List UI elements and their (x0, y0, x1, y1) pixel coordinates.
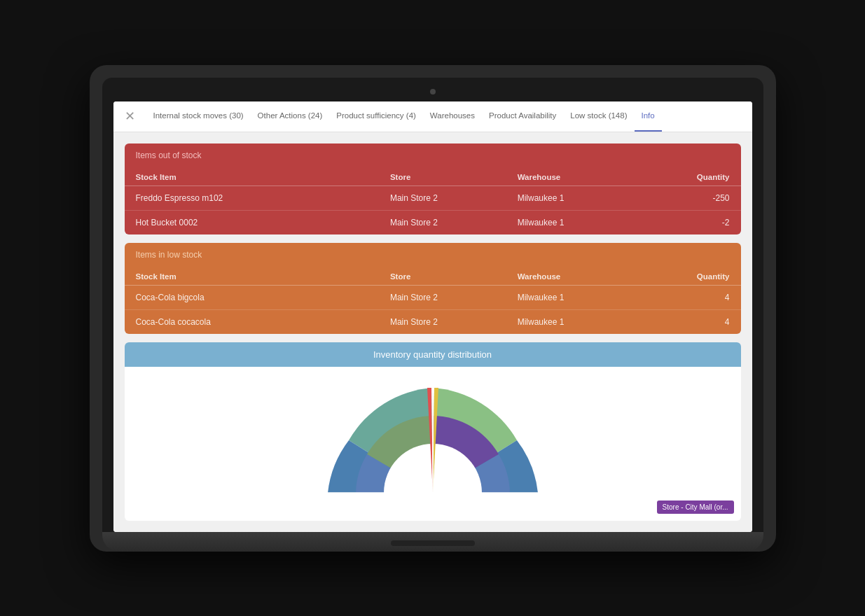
row1-store: Main Store 2 (390, 193, 518, 203)
col-warehouse-2: Warehouse (518, 272, 645, 281)
out-of-stock-section: Items out of stock Stock Item Store Ware… (125, 144, 741, 234)
nav-item-warehouses[interactable]: Warehouses (423, 102, 482, 132)
row2-warehouse: Milwaukee 1 (518, 218, 645, 227)
low-stock-section: Items in low stock Stock Item Store Ware… (125, 243, 741, 334)
low-row2-quantity: 4 (644, 317, 729, 327)
nav-item-product-availability[interactable]: Product Availability (482, 102, 563, 132)
laptop-frame: ✕ Internal stock moves (30) Other Action… (90, 65, 776, 552)
chart-clip (314, 493, 552, 507)
donut-chart (314, 374, 552, 507)
chart-svg (314, 374, 552, 507)
out-of-stock-row-1: Freddo Espresso m102 Main Store 2 Milwau… (125, 186, 741, 211)
col-stock-item-1: Stock Item (136, 173, 390, 181)
low-row2-warehouse: Milwaukee 1 (518, 317, 645, 327)
out-of-stock-row-2: Hot Bucket 0002 Main Store 2 Milwaukee 1… (125, 211, 741, 234)
row2-store: Main Store 2 (390, 218, 518, 227)
col-warehouse-1: Warehouse (518, 173, 645, 181)
nav-bar: ✕ Internal stock moves (30) Other Action… (113, 102, 752, 132)
screen-bezel: ✕ Internal stock moves (30) Other Action… (102, 78, 763, 532)
content-area: Items out of stock Stock Item Store Ware… (113, 132, 752, 532)
col-quantity-2: Quantity (644, 272, 729, 281)
nav-item-internal-stock[interactable]: Internal stock moves (30) (146, 102, 251, 132)
nav-item-product-sufficiency[interactable]: Product sufficiency (4) (329, 102, 423, 132)
out-of-stock-header: Items out of stock (125, 144, 741, 167)
low-stock-row-2: Coca-Cola cocacola Main Store 2 Milwauke… (125, 310, 741, 334)
row1-stock-item: Freddo Espresso m102 (136, 193, 390, 203)
nav-item-low-stock[interactable]: Low stock (148) (563, 102, 634, 132)
low-stock-row-1: Coca-Cola bigcola Main Store 2 Milwaukee… (125, 286, 741, 310)
chart-section: Inventory quantity distribution (125, 342, 741, 521)
chart-header: Inventory quantity distribution (125, 342, 741, 367)
col-store-1: Store (390, 173, 518, 181)
col-stock-item-2: Stock Item (136, 272, 390, 281)
close-icon[interactable]: ✕ (125, 110, 135, 122)
row2-quantity: -2 (644, 218, 729, 227)
low-row1-quantity: 4 (644, 293, 729, 302)
low-row1-warehouse: Milwaukee 1 (518, 293, 645, 302)
row1-warehouse: Milwaukee 1 (518, 193, 645, 203)
low-row1-store: Main Store 2 (390, 293, 518, 302)
row1-quantity: -250 (644, 193, 729, 203)
low-row2-store: Main Store 2 (390, 317, 518, 327)
row2-stock-item: Hot Bucket 0002 (136, 218, 390, 227)
low-row2-stock-item: Coca-Cola cocacola (136, 317, 390, 327)
chart-body: Store - City Mall (or... (125, 367, 741, 521)
low-stock-header: Items in low stock (125, 243, 741, 267)
low-stock-table-header: Stock Item Store Warehouse Quantity (125, 267, 741, 286)
low-row1-stock-item: Coca-Cola bigcola (136, 293, 390, 302)
out-of-stock-table-header: Stock Item Store Warehouse Quantity (125, 167, 741, 186)
col-quantity-1: Quantity (644, 173, 729, 181)
nav-item-info[interactable]: Info (635, 102, 662, 132)
chart-tooltip: Store - City Mall (or... (657, 500, 734, 514)
col-store-2: Store (390, 272, 518, 281)
nav-item-other-actions[interactable]: Other Actions (24) (251, 102, 330, 132)
nav-items: Internal stock moves (30) Other Actions … (146, 102, 741, 132)
laptop-base (102, 532, 763, 552)
screen: ✕ Internal stock moves (30) Other Action… (113, 102, 752, 532)
camera-dot (430, 89, 436, 94)
